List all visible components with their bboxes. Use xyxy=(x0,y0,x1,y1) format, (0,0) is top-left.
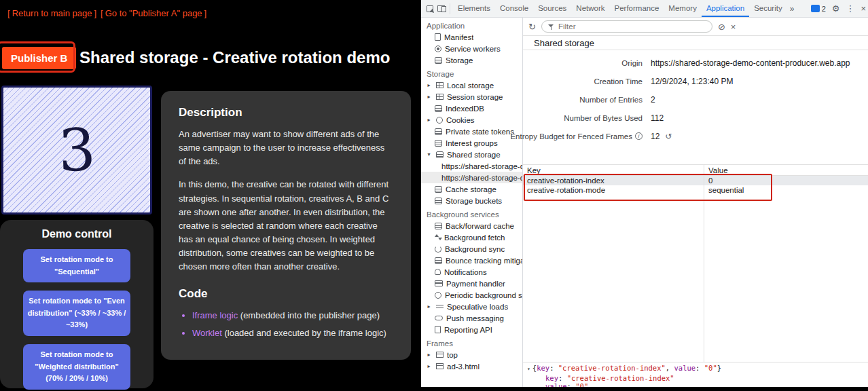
sidebar-item-session-storage[interactable]: ▸Session storage xyxy=(421,91,522,103)
sidebar-item-shared-storage-origin-2[interactable]: https://shared-storage-d… xyxy=(421,172,522,183)
panel-toolbar: ↻ ⊘ × xyxy=(523,18,868,36)
info-icon[interactable]: i xyxy=(635,132,643,140)
description-paragraph: In this demo, the creative can be rotate… xyxy=(179,178,393,274)
preview-token: value xyxy=(674,364,695,372)
link-publisher-a-page[interactable]: Go to "Publisher A" page xyxy=(105,8,202,18)
more-tabs-icon[interactable]: » xyxy=(787,4,797,14)
database-icon xyxy=(436,151,444,158)
sidebar-item-cookies[interactable]: ▸Cookies xyxy=(421,114,522,126)
sidebar-item-frame-ad-3[interactable]: ▸ad-3.html xyxy=(421,360,522,372)
delete-all-icon[interactable]: ⊘ xyxy=(718,22,725,32)
table-row-creative-rotation-index[interactable]: creative-rotation-index 0 xyxy=(523,176,868,185)
nav-bracket: ] xyxy=(94,8,96,18)
sidebar-item-push-messaging[interactable]: Push messaging xyxy=(421,312,522,324)
sidebar-item-periodic-background-sync[interactable]: Periodic background s… xyxy=(421,289,522,301)
sidebar-item-storage[interactable]: Storage xyxy=(421,54,522,66)
rotation-weighted-distribution-button[interactable]: Set rotation mode to "Weighted distribut… xyxy=(23,344,130,390)
expand-arrow-icon[interactable]: ▸ xyxy=(425,352,433,358)
gear-icon xyxy=(435,45,441,52)
reset-budget-icon[interactable]: ↺ xyxy=(665,132,672,141)
list-item-text: (loaded and executed by the iframe logic… xyxy=(222,328,386,338)
database-icon xyxy=(435,198,442,204)
iframe-logic-link[interactable]: Iframe logic xyxy=(192,310,238,320)
field-label: Entropy Budget for Fenced Frames xyxy=(510,132,632,141)
clock-icon xyxy=(435,292,441,299)
close-devtools-icon[interactable]: × xyxy=(861,3,866,14)
issues-badge[interactable]: 2 xyxy=(811,5,826,13)
sidebar-item-private-state-tokens[interactable]: Private state tokens xyxy=(421,126,522,137)
database-icon xyxy=(435,257,442,264)
document-icon xyxy=(435,326,441,333)
expand-arrow-icon[interactable]: ▸ xyxy=(425,82,433,88)
cell-key: creative-rotation-mode xyxy=(523,186,704,194)
creative-number: 3 xyxy=(57,115,96,185)
sidebar-item-reporting-api[interactable]: Reporting API xyxy=(421,324,522,335)
sidebar-item-speculative-loads[interactable]: ▸Speculative loads xyxy=(421,301,522,312)
rotation-sequential-button[interactable]: Set rotation mode to "Sequential" xyxy=(23,249,130,282)
tab-network[interactable]: Network xyxy=(571,0,609,17)
devtools-window: Elements Console Sources Network Perform… xyxy=(421,0,868,391)
refresh-icon[interactable]: ↻ xyxy=(528,22,536,32)
preview-token: } xyxy=(717,364,721,372)
sidebar-item-interest-groups[interactable]: Interest groups xyxy=(421,137,522,149)
tab-sources[interactable]: Sources xyxy=(533,0,571,17)
link-return-main-page[interactable]: Return to main page xyxy=(12,8,92,18)
sidebar-item-indexeddb[interactable]: IndexedDB xyxy=(421,103,522,114)
publisher-b-badge[interactable]: Publisher B xyxy=(2,47,76,69)
sidebar-item-payment-handler[interactable]: Payment handler xyxy=(421,278,522,289)
publisher-page: [Return to main page][Go to "Publisher A… xyxy=(0,0,421,391)
tab-security[interactable]: Security xyxy=(749,0,787,17)
table-row-creative-rotation-mode[interactable]: creative-rotation-mode sequential xyxy=(523,185,868,195)
field-row-creation-time: Creation Time 12/9/2024, 1:23:40 PM xyxy=(547,72,868,90)
column-resize-divider[interactable] xyxy=(704,165,704,362)
sidebar-item-frame-top[interactable]: ▸top xyxy=(421,349,522,360)
inspect-element-icon[interactable] xyxy=(427,5,433,12)
filter-icon xyxy=(548,24,554,30)
tab-application[interactable]: Application xyxy=(702,0,749,17)
up-down-arrows-icon xyxy=(435,234,441,241)
sidebar-item-shared-storage[interactable]: ▾Shared storage xyxy=(421,149,522,160)
delete-selected-icon[interactable]: × xyxy=(731,22,736,32)
worklet-link[interactable]: Worklet xyxy=(192,328,222,338)
sidebar-item-storage-buckets[interactable]: Storage buckets xyxy=(421,195,522,206)
tab-console[interactable]: Console xyxy=(495,0,533,17)
expand-arrow-icon[interactable]: ▸ xyxy=(425,363,433,369)
filter-input[interactable] xyxy=(558,22,706,31)
column-header-key[interactable]: Key xyxy=(523,166,704,174)
column-header-value[interactable]: Value xyxy=(704,166,728,174)
sidebar-item-local-storage[interactable]: ▸Local storage xyxy=(421,79,522,91)
sidebar-item-label: Storage buckets xyxy=(446,197,502,205)
kebab-menu-icon[interactable]: ⋮ xyxy=(846,3,854,14)
sidebar-item-background-fetch[interactable]: Background fetch xyxy=(421,231,522,243)
tab-elements[interactable]: Elements xyxy=(453,0,495,17)
sidebar-item-label: Cookies xyxy=(446,116,475,124)
nav-bracket: [ xyxy=(7,8,10,18)
sidebar-item-bounce-tracking-mitigations[interactable]: Bounce tracking mitiga… xyxy=(421,255,522,266)
expand-arrow-icon[interactable]: ▸ xyxy=(425,303,433,310)
preview-token: key xyxy=(537,364,549,372)
collapse-arrow-icon[interactable]: ▾ xyxy=(425,151,433,157)
collapse-arrow-icon[interactable]: ▾ xyxy=(527,366,532,372)
sidebar-item-service-workers[interactable]: Service workers xyxy=(421,43,522,54)
device-toolbar-icon[interactable] xyxy=(437,5,445,12)
ad-creative-iframe[interactable]: 3 xyxy=(1,86,152,215)
sidebar-item-label: Speculative loads xyxy=(447,303,508,311)
entry-preview-pane: ▾{key: "creative-rotation-index", value:… xyxy=(523,362,868,387)
sidebar-item-notifications[interactable]: Notifications xyxy=(421,266,522,278)
field-label: Number of Bytes Used xyxy=(564,114,643,122)
settings-gear-icon[interactable]: ⚙ xyxy=(832,3,840,14)
sidebar-item-label: ad-3.html xyxy=(447,362,480,371)
sidebar-item-shared-storage-origin-1[interactable]: https://shared-storage-d… xyxy=(421,160,522,172)
database-icon xyxy=(435,57,442,64)
tab-memory[interactable]: Memory xyxy=(664,0,702,17)
expand-arrow-icon[interactable]: ▸ xyxy=(425,94,433,100)
rotation-even-distribution-button[interactable]: Set rotation mode to "Even distribution"… xyxy=(23,291,130,336)
sidebar-item-back-forward-cache[interactable]: Back/forward cache xyxy=(421,220,522,231)
sidebar-item-cache-storage[interactable]: Cache storage xyxy=(421,183,522,195)
sidebar-item-background-sync[interactable]: Background sync xyxy=(421,243,522,255)
expand-arrow-icon[interactable]: ▸ xyxy=(425,117,433,123)
preview-token: : xyxy=(558,374,567,382)
tab-performance[interactable]: Performance xyxy=(610,0,664,17)
sidebar-item-manifest[interactable]: Manifest xyxy=(421,31,522,43)
description-paragraph: An advertiser may want to show different… xyxy=(179,128,393,168)
